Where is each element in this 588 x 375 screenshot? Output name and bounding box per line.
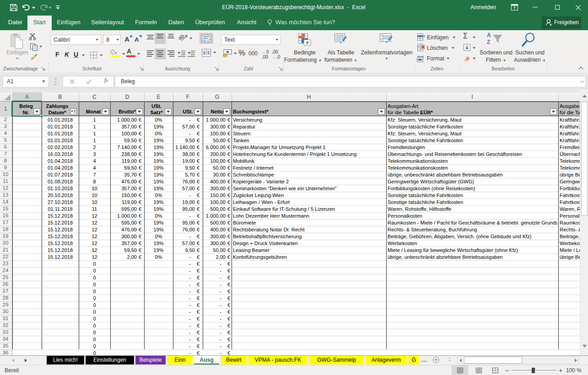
svg-text:≠: ≠: [306, 40, 308, 45]
